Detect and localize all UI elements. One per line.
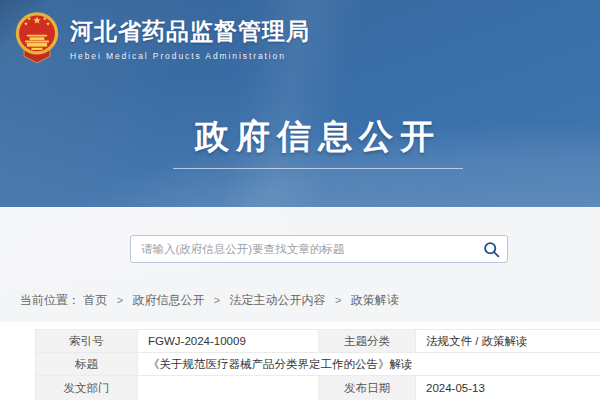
field-label-subject-category: 主题分类 (319, 330, 416, 353)
china-national-emblem-icon (14, 10, 60, 66)
field-label-title: 标题 (36, 353, 138, 376)
site-brand-text: 河北省药品监督管理局 Hebei Medical Products Admini… (70, 16, 310, 61)
site-subtitle: Hebei Medical Products Administration (70, 51, 310, 61)
field-label-issuing-department: 发文部门 (36, 376, 138, 400)
table-row: 索引号 FGWJ-2024-10009 主题分类 法规文件 / 政策解读 (36, 330, 600, 353)
search-bar (130, 235, 508, 263)
site-title: 河北省药品监督管理局 (70, 16, 310, 47)
banner: 政府信息公开 (36, 116, 600, 169)
site-header: 河北省药品监督管理局 Hebei Medical Products Admini… (0, 0, 600, 207)
breadcrumb-separator: > (335, 294, 341, 306)
field-value-publish-date: 2024-05-13 (416, 376, 600, 400)
info-table: 索引号 FGWJ-2024-10009 主题分类 法规文件 / 政策解读 标题 … (35, 329, 600, 400)
breadcrumb-prefix: 当前位置： (20, 293, 80, 307)
search-input[interactable] (130, 235, 508, 263)
breadcrumb-item-statutory-disclosure[interactable]: 法定主动公开内容 (230, 293, 326, 307)
field-label-index-number: 索引号 (36, 330, 138, 353)
banner-title: 政府信息公开 (36, 116, 600, 156)
field-label-publish-date: 发布日期 (319, 376, 416, 400)
field-value-index-number: FGWJ-2024-10009 (138, 330, 319, 353)
site-brand-link[interactable]: 河北省药品监督管理局 Hebei Medical Products Admini… (14, 10, 310, 66)
breadcrumb: 当前位置： 首页 > 政府信息公开 > 法定主动公开内容 > 政策解读 (20, 292, 399, 309)
page: 河北省药品监督管理局 Hebei Medical Products Admini… (0, 0, 600, 400)
breadcrumb-separator: > (117, 294, 123, 306)
breadcrumb-separator: > (214, 294, 220, 306)
field-value-subject-category: 法规文件 / 政策解读 (416, 330, 600, 353)
table-row: 标题 《关于规范医疗器械产品分类界定工作的公告》解读 (36, 353, 600, 376)
search-button[interactable] (477, 237, 505, 261)
breadcrumb-item-home[interactable]: 首页 (83, 293, 107, 307)
table-row: 发文部门 发布日期 2024-05-13 (36, 376, 600, 400)
search-icon (483, 241, 500, 258)
breadcrumb-item-gov-info[interactable]: 政府信息公开 (132, 293, 204, 307)
field-value-issuing-department (138, 376, 319, 400)
banner-underline (173, 168, 463, 169)
breadcrumb-item-policy-interpretation[interactable]: 政策解读 (351, 293, 399, 307)
field-value-title: 《关于规范医疗器械产品分类界定工作的公告》解读 (138, 353, 600, 376)
